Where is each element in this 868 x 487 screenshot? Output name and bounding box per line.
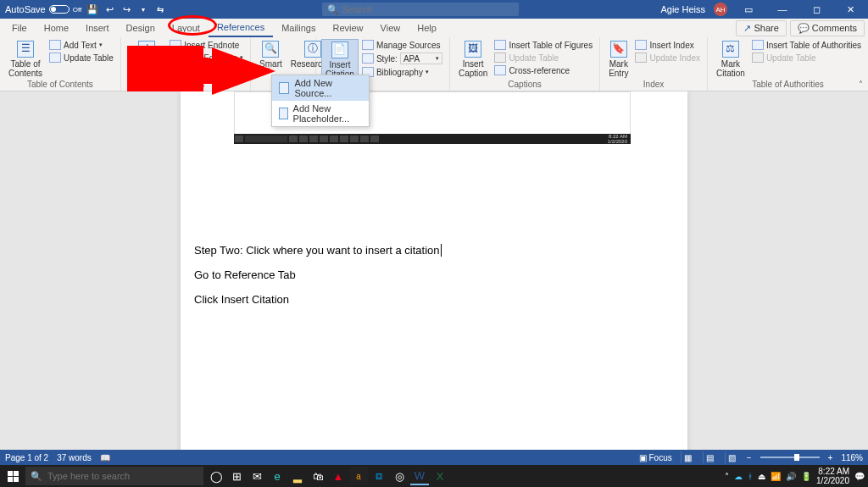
qat-dropdown-icon[interactable]: ▾ [137, 3, 149, 15]
cross-reference-button[interactable]: Cross-reference [492, 64, 594, 76]
add-text-button[interactable]: Add Text▾ [47, 39, 115, 51]
tab-design[interactable]: Design [118, 19, 164, 37]
tab-insert[interactable]: Insert [77, 19, 118, 37]
cortana-icon[interactable]: ◯ [207, 467, 225, 485]
add-new-placeholder-item[interactable]: Add New Placeholder... [272, 101, 369, 126]
ribbon: ☰Table of Contents Add Text▾ Update Tabl… [0, 37, 868, 91]
insert-table-of-figures-button[interactable]: Insert Table of Figures [492, 39, 594, 51]
toa-icon [752, 40, 764, 50]
insert-endnote-button[interactable]: Insert Endnote [168, 39, 245, 51]
focus-mode-button[interactable]: ▣ Focus [639, 453, 672, 462]
maximize-button[interactable]: ◻ [804, 0, 829, 19]
tab-mailings[interactable]: Mailings [273, 19, 324, 37]
undo-icon[interactable]: ↩ [103, 3, 115, 15]
onedrive-icon[interactable]: ☁ [734, 472, 743, 481]
amazon-icon[interactable]: a [349, 467, 368, 485]
save-icon[interactable]: 💾 [86, 3, 98, 15]
clock[interactable]: 8:22 AM 1/2/2020 [816, 467, 849, 485]
qat-more-icon[interactable]: ⇆ [154, 3, 166, 15]
comments-button[interactable]: 💬Comments [790, 20, 865, 36]
manage-sources-button[interactable]: Manage Sources [360, 39, 444, 51]
insert-index-button[interactable]: Insert Index [633, 39, 702, 51]
table-of-contents-button[interactable]: ☰Table of Contents [5, 39, 46, 80]
tab-file[interactable]: File [3, 19, 36, 37]
show-notes-icon [170, 65, 181, 75]
user-name[interactable]: Agie Heiss [660, 4, 705, 14]
safely-remove-icon[interactable]: ⏏ [758, 472, 765, 481]
insert-caption-button[interactable]: 🖼Insert Caption [455, 39, 491, 80]
tab-layout[interactable]: Layout [164, 19, 209, 37]
crossref-icon [494, 65, 506, 75]
tab-view[interactable]: View [372, 19, 409, 37]
tell-me-search[interactable]: 🔍 [322, 3, 519, 16]
bluetooth-icon[interactable]: ᚼ [748, 472, 753, 481]
excel-icon[interactable]: X [431, 467, 449, 485]
minimize-button[interactable]: — [770, 0, 795, 19]
wifi-icon[interactable]: 📶 [771, 472, 781, 481]
word-icon[interactable]: W [410, 467, 429, 485]
zoom-in-button[interactable]: + [828, 453, 833, 462]
tab-references[interactable]: References [209, 19, 273, 37]
explorer-icon[interactable]: ▂ [288, 467, 307, 485]
bibliography-button[interactable]: Bibliography▾ [360, 66, 444, 78]
caption-icon: 🖼 [465, 41, 481, 58]
taskbar-search-input[interactable] [47, 471, 198, 481]
store-icon[interactable]: 🛍 [309, 467, 327, 485]
tray-chevron-icon[interactable]: ˄ [725, 472, 729, 481]
task-view-icon[interactable]: ⊞ [227, 467, 246, 485]
titlebar: AutoSave Off 💾 ↩ ↪ ▾ ⇆ Document1 - Word … [0, 0, 868, 19]
mark-citation-button[interactable]: ⚖Mark Citation [713, 39, 748, 80]
notifications-icon[interactable]: 💬 [854, 472, 865, 481]
autosave-toggle[interactable]: AutoSave Off [5, 4, 81, 14]
redo-icon[interactable]: ↪ [120, 3, 132, 15]
volume-icon[interactable]: 🔊 [786, 472, 796, 481]
insert-toa-button[interactable]: Insert Table of Authorities [750, 39, 863, 51]
doc-line-3[interactable]: Click Insert Citation [194, 293, 674, 306]
insert-footnote-button[interactable]: abInsert Footnote [126, 39, 166, 80]
tab-review[interactable]: Review [325, 19, 372, 37]
zoom-level[interactable]: 116% [841, 453, 863, 462]
add-new-source-item[interactable]: Add New Source... [272, 75, 369, 101]
zoom-out-button[interactable]: − [747, 453, 752, 462]
citation-style-select[interactable]: Style: APA▾ [360, 52, 444, 65]
share-button[interactable]: ↗Share [736, 20, 786, 36]
footnote-icon: ab [138, 41, 155, 58]
page[interactable]: Step Two: Click where you want to insert… [181, 91, 687, 450]
collapse-ribbon-icon[interactable]: ˄ [859, 80, 863, 89]
document-canvas[interactable]: Step Two: Click where you want to insert… [0, 91, 868, 450]
word-count[interactable]: 37 words [57, 453, 92, 462]
start-button[interactable] [0, 465, 25, 487]
chrome-icon[interactable]: ◎ [390, 467, 409, 485]
zoom-slider[interactable] [760, 457, 820, 458]
print-layout-button[interactable]: ▤ [703, 451, 716, 463]
comment-icon: 💬 [798, 23, 810, 34]
smart-lookup-button[interactable]: 🔍Smart [256, 39, 286, 70]
share-icon: ↗ [743, 23, 751, 34]
mail-icon[interactable]: ✉ [248, 467, 266, 485]
web-layout-button[interactable]: ▧ [725, 451, 738, 463]
ribbon-tabs: File Home Insert Design Layout Reference… [0, 19, 868, 37]
dropbox-icon[interactable]: ⧈ [370, 467, 388, 485]
spellcheck-icon[interactable]: 📖 [100, 453, 110, 462]
edge-icon[interactable]: e [268, 467, 287, 485]
user-avatar[interactable]: AH [714, 3, 727, 16]
close-button[interactable]: ✕ [837, 0, 863, 19]
ribbon-display-options-icon[interactable]: ▭ [736, 0, 761, 19]
taskbar-search[interactable]: 🔍 [25, 467, 203, 485]
read-mode-button[interactable]: ▦ [681, 451, 694, 463]
power-icon[interactable]: 🔋 [801, 472, 811, 481]
update-table-button[interactable]: Update Table [47, 52, 115, 64]
next-footnote-button[interactable]: Next Footnote▾ [168, 52, 245, 64]
document-body[interactable]: Step Two: Click where you want to insert… [194, 244, 674, 306]
tab-help[interactable]: Help [409, 19, 445, 37]
search-input[interactable] [342, 4, 514, 14]
mark-entry-icon: 🔖 [610, 41, 627, 58]
pdf-icon[interactable]: ▲ [329, 467, 348, 485]
mark-entry-button[interactable]: 🔖Mark Entry [605, 39, 632, 80]
group-toc: ☰Table of Contents Add Text▾ Update Tabl… [0, 37, 121, 91]
figures-icon [494, 40, 506, 50]
tab-home[interactable]: Home [36, 19, 77, 37]
doc-line-2[interactable]: Go to Reference Tab [194, 268, 674, 281]
doc-line-1[interactable]: Step Two: Click where you want to insert… [194, 244, 674, 257]
page-count[interactable]: Page 1 of 2 [5, 453, 48, 462]
